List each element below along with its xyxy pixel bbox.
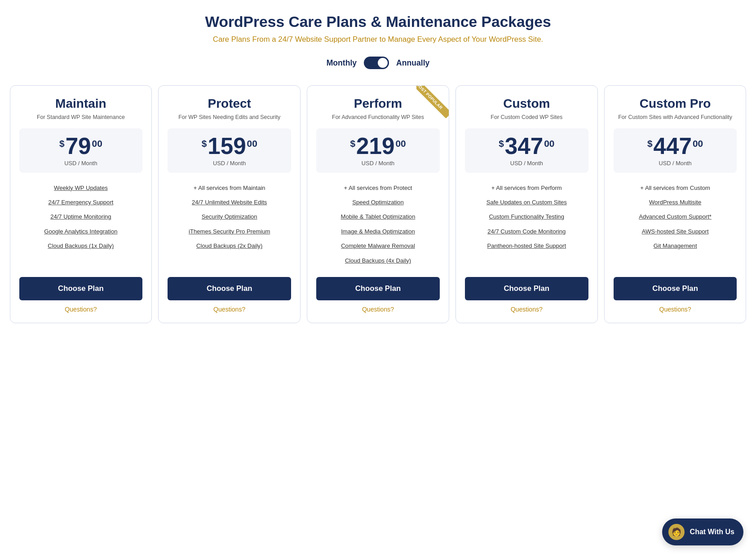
features-list-maintain: Weekly WP Updates24/7 Emergency Support2…: [19, 181, 143, 268]
price-amount: 447: [654, 135, 692, 158]
feature-item: Mobile & Tablet Optimization: [316, 210, 440, 224]
plan-card-perform: MOST POPULAR Perform For Advanced Functi…: [307, 85, 449, 323]
feature-item: AWS-hosted Site Support: [614, 224, 737, 239]
feature-item: Pantheon-hosted Site Support: [465, 239, 588, 253]
price-block-custom: $ 347 00 USD / Month: [465, 128, 588, 172]
features-list-custom: + All services from PerformSafe Updates …: [465, 181, 588, 268]
choose-plan-button-protect[interactable]: Choose Plan: [168, 277, 291, 300]
plan-tagline-protect: For WP Sites Needing Edits and Security: [168, 114, 291, 121]
choose-plan-button-custom[interactable]: Choose Plan: [465, 277, 588, 300]
price-period: USD / Month: [321, 160, 435, 167]
price-amount: 347: [505, 135, 543, 158]
features-list-protect: + All services from Maintain24/7 Unlimit…: [168, 181, 291, 268]
price-amount: 219: [356, 135, 394, 158]
plan-card-custom-pro: Custom Pro For Custom Sites with Advance…: [604, 85, 747, 323]
questions-link-protect[interactable]: Questions?: [168, 306, 291, 313]
feature-item: 24/7 Emergency Support: [19, 195, 143, 210]
price-block-protect: $ 159 00 USD / Month: [168, 128, 291, 172]
plan-name-protect: Protect: [168, 97, 291, 111]
choose-plan-button-maintain[interactable]: Choose Plan: [19, 277, 143, 300]
billing-toggle-switch[interactable]: [364, 57, 389, 69]
feature-item: Complete Malware Removal: [316, 239, 440, 253]
plan-card-protect: Protect For WP Sites Needing Edits and S…: [158, 85, 301, 323]
feature-item: Image & Media Optimization: [316, 224, 440, 239]
plan-tagline-maintain: For Standard WP Site Maintenance: [19, 114, 143, 121]
price-cents: 00: [693, 138, 703, 149]
feature-item: + All services from Custom: [614, 181, 737, 195]
feature-item: Speed Optimization: [316, 195, 440, 210]
feature-item: WordPress Multisite: [614, 195, 737, 210]
feature-item: + All services from Perform: [465, 181, 588, 195]
price-cents: 00: [247, 138, 257, 149]
price-dollar: $: [499, 138, 504, 149]
feature-item: + All services from Protect: [316, 181, 440, 195]
plan-card-custom: Custom For Custom Coded WP Sites $ 347 0…: [455, 85, 598, 323]
price-cents: 00: [395, 138, 406, 149]
feature-item: Google Analytics Integration: [19, 224, 143, 239]
billing-toggle[interactable]: Monthly Annually: [9, 57, 747, 69]
questions-link-custom[interactable]: Questions?: [465, 306, 588, 313]
page-title: WordPress Care Plans & Maintenance Packa…: [9, 13, 747, 31]
feature-item: 24/7 Uptime Monitoring: [19, 210, 143, 224]
price-amount: 159: [208, 135, 246, 158]
price-dollar: $: [202, 138, 207, 149]
price-period: USD / Month: [24, 160, 138, 167]
price-cents: 00: [92, 138, 102, 149]
feature-item: Git Management: [614, 239, 737, 253]
price-block-custom-pro: $ 447 00 USD / Month: [614, 128, 737, 172]
feature-item: Cloud Backups (2x Daily): [168, 239, 291, 253]
feature-item: 24/7 Custom Code Monitoring: [465, 224, 588, 239]
annually-label: Annually: [396, 58, 429, 68]
price-dollar: $: [350, 138, 355, 149]
feature-item: 24/7 Unlimited Website Edits: [168, 195, 291, 210]
feature-item: iThemes Security Pro Premium: [168, 224, 291, 239]
feature-item: Weekly WP Updates: [19, 181, 143, 195]
price-block-perform: $ 219 00 USD / Month: [316, 128, 440, 172]
plans-container: Maintain For Standard WP Site Maintenanc…: [10, 85, 747, 323]
price-period: USD / Month: [172, 160, 287, 167]
plan-name-custom: Custom: [465, 97, 588, 111]
most-popular-badge: MOST POPULAR: [416, 86, 449, 118]
price-dollar: $: [647, 138, 653, 149]
page-subtitle: Care Plans From a 24/7 Website Support P…: [9, 35, 747, 44]
feature-item: Safe Updates on Custom Sites: [465, 195, 588, 210]
feature-item: Cloud Backups (4x Daily): [316, 254, 440, 268]
feature-item: Advanced Custom Support*: [614, 210, 737, 224]
plan-name-maintain: Maintain: [19, 97, 143, 111]
feature-item: Cloud Backups (1x Daily): [19, 239, 143, 253]
toggle-knob: [378, 58, 388, 68]
price-amount: 79: [66, 135, 91, 158]
price-period: USD / Month: [469, 160, 584, 167]
plan-tagline-custom: For Custom Coded WP Sites: [465, 114, 588, 121]
feature-item: Custom Functionality Testing: [465, 210, 588, 224]
feature-item: + All services from Maintain: [168, 181, 291, 195]
feature-item: Security Optimization: [168, 210, 291, 224]
price-dollar: $: [59, 138, 65, 149]
questions-link-maintain[interactable]: Questions?: [19, 306, 143, 313]
questions-link-perform[interactable]: Questions?: [316, 306, 440, 313]
features-list-perform: + All services from ProtectSpeed Optimiz…: [316, 181, 440, 268]
monthly-label: Monthly: [327, 58, 357, 68]
choose-plan-button-custom-pro[interactable]: Choose Plan: [614, 277, 737, 300]
features-list-custom-pro: + All services from CustomWordPress Mult…: [614, 181, 737, 268]
price-cents: 00: [544, 138, 554, 149]
choose-plan-button-perform[interactable]: Choose Plan: [316, 277, 440, 300]
price-block-maintain: $ 79 00 USD / Month: [19, 128, 143, 172]
plan-card-maintain: Maintain For Standard WP Site Maintenanc…: [10, 85, 152, 323]
plan-tagline-custom-pro: For Custom Sites with Advanced Functiona…: [614, 114, 737, 121]
questions-link-custom-pro[interactable]: Questions?: [614, 306, 737, 313]
price-period: USD / Month: [618, 160, 733, 167]
plan-name-custom-pro: Custom Pro: [614, 97, 737, 111]
